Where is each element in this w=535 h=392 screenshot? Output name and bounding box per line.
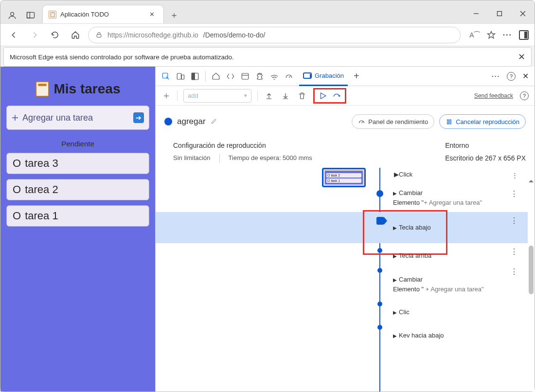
help-button[interactable]: ? [507, 72, 516, 81]
task-row[interactable]: Otarea 3 [6, 153, 149, 174]
recording-timeline: O task 2 O task 1 ▶Click ⋮ ▶Cambiar Elem… [156, 168, 535, 392]
reader-mode-button[interactable]: A⁀ [469, 31, 479, 39]
devtools-menu-button[interactable]: ··· [492, 72, 500, 80]
step-detail: Elemento " [393, 199, 424, 206]
rename-button[interactable] [211, 118, 217, 126]
perf-panel-label: Panel de rendimiento [368, 118, 428, 125]
recorder-tab[interactable]: Grabación [299, 67, 348, 86]
step-menu-button[interactable]: ⋮ [512, 172, 518, 179]
svg-point-0 [11, 12, 14, 16]
banner-close-button[interactable]: ✕ [518, 52, 525, 62]
lock-icon [95, 31, 103, 38]
home-button[interactable] [68, 27, 83, 43]
timeout-value[interactable]: Tiempo de espera: 5000 mms [229, 154, 312, 163]
window-minimize-button[interactable] [464, 4, 488, 23]
step-label: Click [399, 171, 412, 178]
elements-tab-icon[interactable] [226, 72, 235, 81]
radio-icon: O [13, 183, 21, 196]
pending-header: Pendiente [6, 140, 149, 148]
banner-text: Microsoft Edge está siendo controlado po… [10, 53, 234, 61]
step-detail-extra: + Agregar una tarea" [424, 285, 484, 293]
url-box[interactable]: https://microsoftedge.github.io/Demos/de… [88, 27, 461, 43]
recorder-help-button[interactable]: ? [520, 91, 529, 100]
scroll-up-icon [529, 178, 534, 182]
task-row[interactable]: Otarea 1 [6, 205, 149, 227]
radio-icon: O [13, 157, 21, 170]
step-row[interactable]: ▶Cambiar Elemento "+ Agregar una tarea" … [156, 185, 528, 210]
new-recording-button[interactable]: ＋ [161, 89, 171, 102]
back-button[interactable] [6, 27, 22, 43]
send-feedback-link[interactable]: Send feedback [474, 92, 513, 99]
forward-button[interactable] [27, 27, 42, 43]
sidebar-toggle-button[interactable] [519, 30, 529, 40]
step-label: Kev hacia abajo [399, 332, 444, 339]
profile-icon[interactable] [7, 11, 17, 20]
step-over-button[interactable] [331, 90, 342, 101]
app-title-text: Mis tareas [54, 81, 121, 97]
window-close-button[interactable] [511, 4, 535, 23]
add-task-placeholder: Agregar una tarea [22, 113, 93, 123]
pause-icon [446, 118, 453, 125]
step-menu-button[interactable]: ⋮ [510, 247, 518, 256]
import-button[interactable] [264, 90, 274, 101]
scrollbar[interactable] [529, 178, 534, 343]
docking-icon[interactable] [191, 72, 199, 81]
sources-tab-icon[interactable] [255, 72, 264, 81]
recorder-toolbar: ＋ add ▾ Send feedback ? [156, 86, 535, 106]
cancel-playback-button[interactable]: Cancelar reproducción [439, 114, 526, 129]
refresh-button[interactable] [47, 27, 63, 43]
scroll-thumb[interactable] [529, 246, 534, 294]
devtools-close-button[interactable]: ✕ [522, 71, 529, 81]
step-row[interactable]: ▶Click ⋮ [156, 168, 528, 185]
step-menu-button[interactable]: ⋮ [510, 267, 518, 276]
recording-name-value: add [188, 92, 198, 99]
workspaces-icon[interactable] [26, 11, 36, 20]
gauge-icon [358, 118, 365, 125]
favorite-button[interactable] [486, 30, 496, 40]
devtools-tabs: Grabación + ··· ? ✕ [156, 67, 535, 86]
inspect-icon[interactable] [161, 72, 170, 81]
step-label: Tecla abajo [399, 224, 431, 231]
step-row[interactable]: ▶Kev hacia abajo [156, 320, 528, 343]
step-row[interactable]: ▶Tecla arriba ⋮ [156, 243, 528, 264]
performance-panel-button[interactable]: Panel de rendimiento [352, 114, 434, 129]
tab-close-button[interactable]: ✕ [146, 9, 158, 20]
step-menu-button[interactable]: ⋮ [510, 189, 518, 198]
environment-value: Escritorio de 267 x 656 PX [445, 154, 526, 162]
step-menu-button[interactable]: ⋮ [510, 216, 518, 225]
recording-header: agregar Panel de rendimiento Cancelar re… [156, 106, 535, 133]
environment-header: Entorno [445, 142, 526, 149]
clipboard-icon [36, 81, 49, 97]
url-path: /Demos/demo-to-do/ [203, 31, 266, 39]
window-maximize-button[interactable] [488, 4, 511, 23]
step-row[interactable]: ▶Clic [156, 297, 528, 320]
new-tab-button[interactable]: ＋ [166, 7, 182, 23]
recording-name-dropdown[interactable]: add ▾ [183, 89, 251, 103]
play-button[interactable] [318, 90, 328, 101]
welcome-tab-icon[interactable] [212, 72, 220, 81]
step-row-current[interactable]: ▶Tecla abajo ⋮ [156, 212, 528, 243]
settings-menu-button[interactable]: ··· [503, 31, 512, 39]
delete-button[interactable] [297, 90, 307, 101]
more-tabs-button[interactable]: + [354, 71, 359, 82]
svg-rect-4 [97, 35, 101, 37]
playback-settings-header: Configuración de reproducción [173, 142, 312, 149]
network-tab-icon[interactable] [270, 72, 279, 81]
step-row[interactable]: ▶Cambiar Elemento " + Agregar una tarea"… [156, 263, 528, 297]
titlebar: 📋 Aplicación TODO ✕ ＋ [0, 0, 535, 24]
console-tab-icon[interactable] [241, 72, 250, 81]
svg-rect-3 [498, 12, 502, 16]
device-toolbar-icon[interactable] [176, 72, 185, 81]
submit-task-button[interactable]: ➔ [133, 112, 144, 123]
export-button[interactable] [280, 90, 291, 101]
recording-name: agregar [177, 117, 206, 126]
svg-rect-10 [242, 73, 249, 79]
performance-tab-icon[interactable] [285, 72, 293, 81]
step-detail: Elemento " [393, 285, 424, 293]
throttle-value[interactable]: Sin limitación [173, 154, 211, 163]
url-host: https://microsoftedge.github.io [107, 31, 198, 39]
add-task-input[interactable]: + Agregar una tarea ➔ [6, 106, 149, 130]
task-row[interactable]: Otarea 2 [6, 179, 149, 200]
plus-icon: + [12, 111, 18, 125]
browser-tab[interactable]: 📋 Aplicación TODO ✕ [42, 5, 164, 23]
